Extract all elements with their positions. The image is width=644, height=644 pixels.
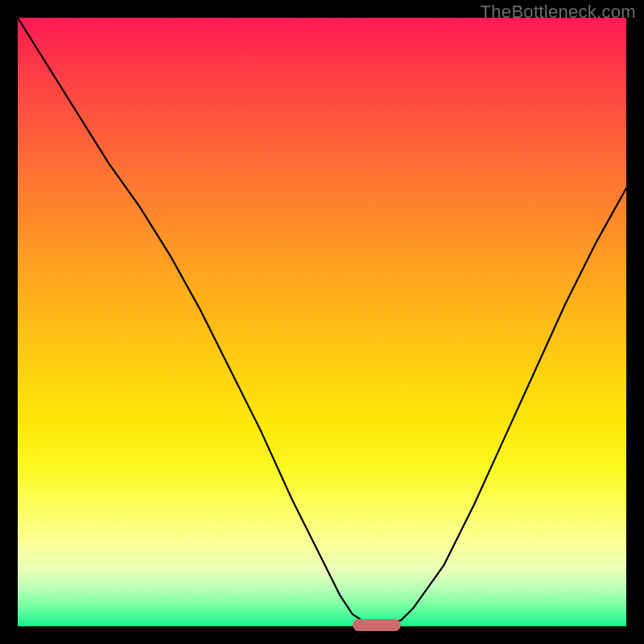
chart-frame: TheBottleneck.com bbox=[0, 0, 644, 644]
curve-path bbox=[18, 18, 626, 626]
optimum-marker bbox=[353, 619, 401, 631]
plot-area bbox=[18, 18, 626, 626]
bottleneck-curve bbox=[18, 18, 626, 626]
